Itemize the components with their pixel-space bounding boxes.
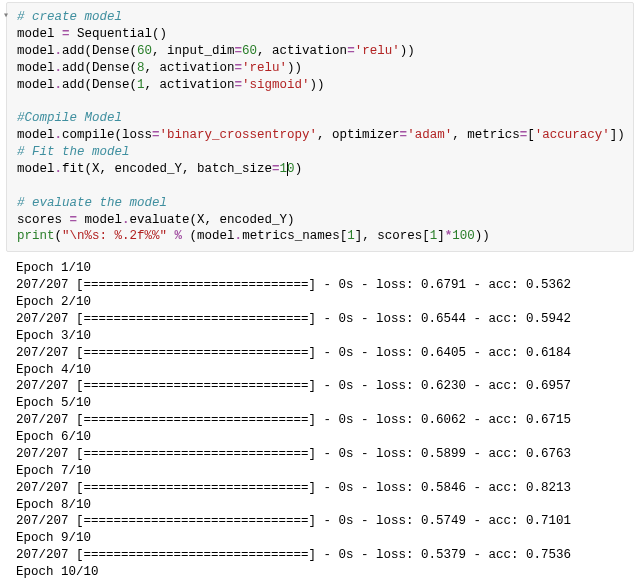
code-line: # evaluate the model [17, 195, 633, 212]
code-cell[interactable]: ▾ # create model model = Sequential() mo… [6, 2, 634, 252]
output-line: Epoch 4/10 [16, 362, 634, 379]
comment: #Compile Model [17, 111, 122, 125]
cell-collapse-arrow[interactable]: ▾ [3, 9, 9, 23]
blank-line [17, 178, 633, 195]
code-line: model.add(Dense(60, input_dim=60, activa… [17, 43, 633, 60]
output-line: 207/207 [==============================]… [16, 345, 634, 362]
code-line: model.add(Dense(8, activation='relu')) [17, 60, 633, 77]
code-line: model.add(Dense(1, activation='sigmoid')… [17, 77, 633, 94]
output-line: Epoch 8/10 [16, 497, 634, 514]
output-line: Epoch 9/10 [16, 530, 634, 547]
output-line: 207/207 [==============================]… [16, 412, 634, 429]
comment: # Fit the model [17, 145, 130, 159]
comment: # create model [17, 10, 122, 24]
code-line: # Fit the model [17, 144, 633, 161]
output-line: Epoch 3/10 [16, 328, 634, 345]
output-line: 207/207 [==============================]… [16, 513, 634, 530]
output-line: 207/207 [==============================]… [16, 480, 634, 497]
output-line: 207/207 [==============================]… [16, 277, 634, 294]
blank-line [17, 93, 633, 110]
output-line: 207/207 [==============================]… [16, 311, 634, 328]
output-line: Epoch 2/10 [16, 294, 634, 311]
output-cell: Epoch 1/10207/207 [=====================… [6, 256, 634, 578]
code-line: model.compile(loss='binary_crossentropy'… [17, 127, 633, 144]
code-line: # create model [17, 9, 633, 26]
output-line: 207/207 [==============================]… [16, 378, 634, 395]
code-line: model.fit(X, encoded_Y, batch_size=10) [17, 161, 633, 178]
code-line: scores = model.evaluate(X, encoded_Y) [17, 212, 633, 229]
code-line: print("\n%s: %.2f%%" % (model.metrics_na… [17, 228, 633, 245]
comment: # evaluate the model [17, 196, 167, 210]
output-line: Epoch 7/10 [16, 463, 634, 480]
output-line: Epoch 6/10 [16, 429, 634, 446]
output-line: Epoch 10/10 [16, 564, 634, 578]
output-line: 207/207 [==============================]… [16, 547, 634, 564]
code-line: #Compile Model [17, 110, 633, 127]
output-line: 207/207 [==============================]… [16, 446, 634, 463]
output-line: Epoch 5/10 [16, 395, 634, 412]
code-line: model = Sequential() [17, 26, 633, 43]
output-line: Epoch 1/10 [16, 260, 634, 277]
